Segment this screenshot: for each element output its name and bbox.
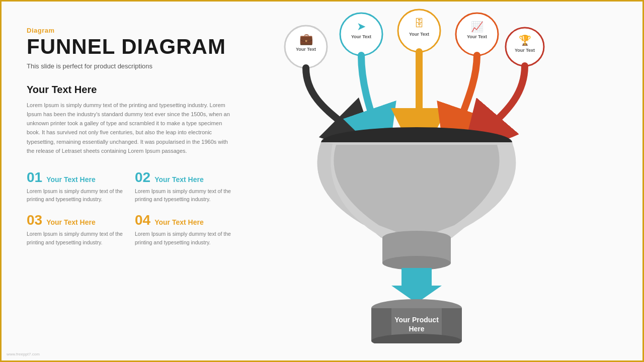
item-title-4: Your Text Here [154, 218, 204, 227]
diagram-label: Diagram [27, 27, 233, 34]
item-header-1: 01 Your Text Here [27, 170, 125, 185]
svg-text:Your Product: Your Product [394, 316, 439, 324]
item-header-4: 04 Your Text Here [135, 213, 233, 227]
numbered-items: 01 Your Text Here Lorem Ipsum is simply … [27, 170, 233, 246]
section-title: Your Text Here [27, 84, 233, 96]
svg-marker-25 [391, 268, 442, 303]
item-header-3: 03 Your Text Here [27, 213, 125, 227]
watermark: www.freeppt7.com [7, 352, 40, 356]
item-number-4: 04 [135, 213, 150, 227]
svg-point-24 [382, 256, 451, 270]
svg-text:Here: Here [409, 325, 424, 333]
subtitle: This slide is perfect for product descri… [27, 62, 233, 70]
left-panel: Diagram FUNNEL DIAGRAM This slide is per… [2, 2, 253, 360]
svg-text:Your Text: Your Text [296, 47, 316, 52]
item-number-3: 03 [27, 213, 42, 227]
svg-text:🗄: 🗄 [414, 18, 424, 29]
list-item: 04 Your Text Here Lorem Ipsum is simply … [135, 213, 233, 246]
svg-point-12 [506, 28, 544, 66]
list-item: 01 Your Text Here Lorem Ipsum is simply … [27, 170, 125, 204]
item-number-1: 01 [27, 170, 42, 185]
item-header-2: 02 Your Text Here [135, 170, 233, 185]
item-body-2: Lorem Ipsum is simply dummy text of the … [135, 187, 233, 204]
body-text: Lorem Ipsum is simply dummy text of the … [27, 101, 233, 155]
item-body-3: Lorem Ipsum is simply dummy text of the … [27, 230, 125, 246]
item-body-1: Lorem Ipsum is simply dummy text of the … [27, 187, 125, 204]
svg-text:📈: 📈 [471, 21, 484, 33]
item-title-3: Your Text Here [46, 218, 96, 227]
svg-point-6 [398, 10, 440, 52]
item-number-2: 02 [135, 170, 150, 185]
svg-text:Your Text: Your Text [409, 32, 429, 37]
list-item: 03 Your Text Here Lorem Ipsum is simply … [27, 213, 125, 246]
svg-text:💼: 💼 [299, 32, 313, 46]
list-item: 02 Your Text Here Lorem Ipsum is simply … [135, 170, 233, 204]
svg-text:Your Text: Your Text [515, 48, 535, 53]
item-title-2: Your Text Here [154, 175, 204, 184]
svg-text:Your Text: Your Text [467, 34, 487, 39]
right-panel: 💼 Your Text ➤ Your Text 🗄 Your Text 📈 Yo… [253, 2, 642, 360]
main-title: FUNNEL DIAGRAM [27, 36, 233, 57]
funnel-svg: 💼 Your Text ➤ Your Text 🗄 Your Text 📈 Yo… [253, 2, 575, 343]
svg-text:➤: ➤ [357, 20, 366, 33]
slide: Diagram FUNNEL DIAGRAM This slide is per… [2, 2, 642, 360]
svg-text:Your Text: Your Text [351, 34, 371, 39]
item-title-1: Your Text Here [46, 175, 96, 184]
svg-text:🏆: 🏆 [519, 34, 531, 46]
item-body-4: Lorem Ipsum is simply dummy text of the … [135, 230, 233, 246]
